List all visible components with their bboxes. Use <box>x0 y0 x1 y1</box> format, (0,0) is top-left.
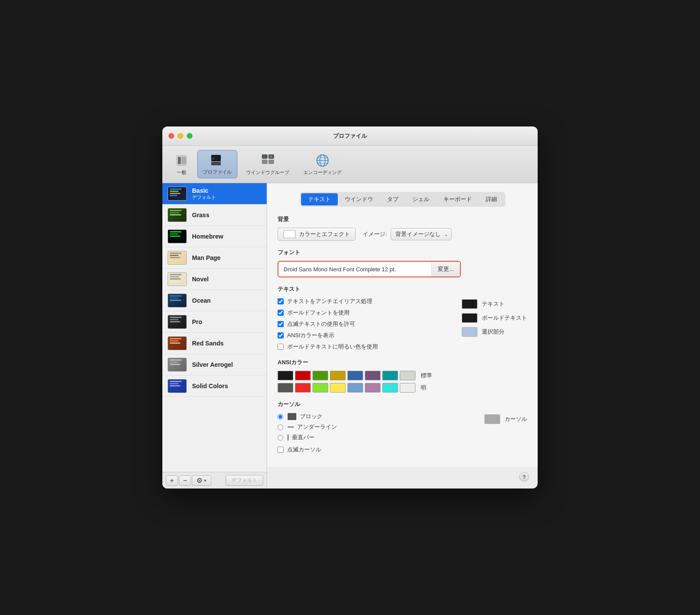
pro-item-text: Pro <box>192 318 202 325</box>
silveraerogel-name: Silver Aerogel <box>192 361 233 368</box>
cursor-underline-radio[interactable] <box>278 424 283 430</box>
cursor-color-swatch[interactable] <box>484 414 500 424</box>
bright-checkbox[interactable] <box>278 344 284 350</box>
toolbar-windowgroups[interactable]: $ _ ls ウインドウグループ <box>241 151 295 178</box>
tab-bar: テキスト ウインドウ タブ シェル キーボード 詳細 <box>300 192 505 207</box>
tab-tab[interactable]: タブ <box>380 193 405 205</box>
profile-thumb-pro <box>168 315 187 329</box>
sidebar-item-pro[interactable]: Pro <box>162 311 267 333</box>
ansi-label: ANSIカラーを表示 <box>287 331 334 339</box>
bold-label: ボールドフォントを使用 <box>287 309 350 317</box>
color-effect-button[interactable]: カラーとエフェクト <box>278 228 356 241</box>
help-button[interactable]: ? <box>519 472 529 482</box>
text-title: テキスト <box>278 285 527 293</box>
sidebar-item-homebrew[interactable]: Homebrew <box>162 226 267 247</box>
toolbar-encoding-label: エンコーディング <box>303 169 342 176</box>
background-row: カラーとエフェクト イメージ: 背景イメージなし ⌄ <box>278 228 527 241</box>
sidebar-item-redsands[interactable]: Red Sands <box>162 333 267 354</box>
selection-color-swatch[interactable] <box>462 327 477 337</box>
ansi-std-6[interactable] <box>382 371 398 380</box>
tab-shell[interactable]: シェル <box>405 193 436 205</box>
remove-profile-button[interactable]: − <box>179 475 191 486</box>
sidebar-item-solidcolors[interactable]: Solid Colors <box>162 376 267 397</box>
ocean-item-text: Ocean <box>192 297 211 304</box>
ansi-bright-row: 明 <box>278 383 527 393</box>
ansi-std-4[interactable] <box>347 371 363 380</box>
cursor-options-col: ブロック アンダーライン 垂直バー <box>278 413 467 454</box>
ansi-standard-row: 標準 <box>278 371 527 380</box>
boldtext-color-swatch[interactable] <box>462 313 477 323</box>
checkbox-blink[interactable]: 点滅テキストの使用を許可 <box>278 320 444 328</box>
tab-advanced[interactable]: 詳細 <box>479 193 504 205</box>
toolbar-general[interactable]: 一般 <box>169 151 194 178</box>
background-title: 背景 <box>278 215 527 223</box>
tab-text[interactable]: テキスト <box>301 193 338 205</box>
tab-window[interactable]: ウインドウ <box>338 193 380 205</box>
default-button[interactable]: デフォルト <box>226 475 263 486</box>
ansi-bright-4[interactable] <box>347 383 363 393</box>
cursor-block-radio[interactable] <box>278 414 283 420</box>
font-change-button[interactable]: 変更... <box>431 262 460 277</box>
sidebar-item-manpage[interactable]: Man Page <box>162 247 267 269</box>
titlebar: プロファイル <box>162 126 538 146</box>
profile-thumb-grass <box>168 208 187 222</box>
text-color-row: テキスト <box>462 299 527 309</box>
maximize-button[interactable] <box>187 133 192 139</box>
cursor-block-row[interactable]: ブロック <box>278 413 467 420</box>
toolbar-encoding[interactable]: エンコーディング <box>298 151 347 178</box>
blink-cursor-checkbox[interactable] <box>278 447 284 453</box>
background-section: 背景 カラーとエフェクト イメージ: 背景イメージなし ⌄ <box>278 215 527 241</box>
antialias-checkbox[interactable] <box>278 298 284 304</box>
ansi-bright-3[interactable] <box>330 383 346 393</box>
text-color-label: テキスト <box>482 300 504 308</box>
sidebar-item-novel[interactable]: Novel <box>162 269 267 290</box>
redsands-item-text: Red Sands <box>192 340 223 347</box>
cursor-underline-row[interactable]: アンダーライン <box>278 423 467 431</box>
ansi-bright-5[interactable] <box>365 383 381 393</box>
ansi-std-1[interactable] <box>295 371 311 380</box>
profile-thumb-basic <box>168 187 187 201</box>
tab-keyboard[interactable]: キーボード <box>436 193 479 205</box>
toolbar-profiles[interactable]: $ _ プロファイル <box>197 150 237 178</box>
text-color-options: テキスト ボールドテキスト 選択部分 <box>462 297 527 351</box>
ansi-bright-1[interactable] <box>295 383 311 393</box>
ansi-bright-7[interactable] <box>400 383 415 393</box>
blink-checkbox[interactable] <box>278 321 284 327</box>
sidebar-item-basic[interactable]: Basic デフォルト <box>162 183 267 205</box>
image-dropdown[interactable]: 背景イメージなし ⌄ <box>391 228 452 240</box>
sidebar-item-grass[interactable]: Grass <box>162 205 267 226</box>
cursor-color-label: カーソル <box>504 415 527 423</box>
add-profile-button[interactable]: + <box>166 475 178 486</box>
color-swatch <box>283 230 295 238</box>
sidebar-item-ocean[interactable]: Ocean <box>162 290 267 311</box>
ansi-checkbox[interactable] <box>278 332 284 338</box>
minimize-button[interactable] <box>178 133 183 139</box>
checkbox-bright[interactable]: ボールドテキストに明るい色を使用 <box>278 343 444 351</box>
checkbox-antialias[interactable]: テキストをアンチエイリアス処理 <box>278 297 444 305</box>
checkbox-bold[interactable]: ボールドフォントを使用 <box>278 309 444 317</box>
text-color-swatch[interactable] <box>462 299 477 309</box>
image-label: イメージ: <box>363 230 387 238</box>
ansi-std-0[interactable] <box>278 371 293 380</box>
close-button[interactable] <box>168 133 174 139</box>
cursor-bar-row[interactable]: 垂直バー <box>278 434 467 441</box>
ansi-bright-6[interactable] <box>382 383 398 393</box>
bold-checkbox[interactable] <box>278 310 284 316</box>
cursor-bar-radio[interactable] <box>278 435 283 441</box>
ansi-std-2[interactable] <box>312 371 328 380</box>
ocean-name: Ocean <box>192 297 211 304</box>
ansi-bright-2[interactable] <box>312 383 328 393</box>
checkbox-ansi[interactable]: ANSIカラーを表示 <box>278 331 444 339</box>
cursor-radio-group: ブロック アンダーライン 垂直バー <box>278 413 467 441</box>
cursor-underline-preview <box>288 427 294 427</box>
font-name: Droid Sans Mono Nerd Font Complete 12 pt… <box>278 263 431 276</box>
blink-cursor-row[interactable]: 点滅カーソル <box>278 446 467 454</box>
ansi-std-5[interactable] <box>365 371 381 380</box>
cursor-color-col: カーソル <box>484 413 527 454</box>
ansi-bright-0[interactable] <box>278 383 293 393</box>
ansi-std-3[interactable] <box>330 371 346 380</box>
novel-name: Novel <box>192 276 209 283</box>
ansi-std-7[interactable] <box>400 371 415 380</box>
sidebar-item-silveraerogel[interactable]: Silver Aerogel <box>162 354 267 376</box>
gear-button[interactable]: ⚙ ▼ <box>192 475 211 486</box>
